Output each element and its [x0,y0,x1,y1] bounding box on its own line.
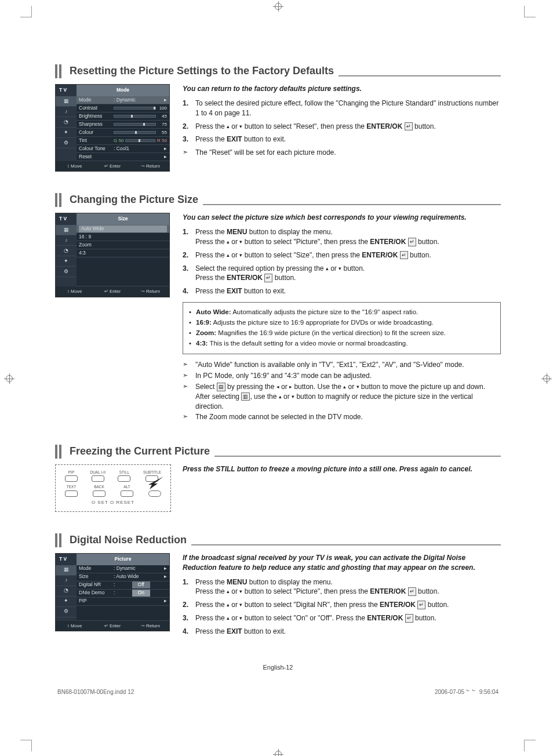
osd-enter: ↵ Enter [93,161,131,171]
picture-icon: ▦ [56,225,77,235]
enter-icon: ↵ [408,587,416,596]
registration-mark-icon [541,373,552,384]
section-intro: If the broadcast signal received by your… [183,553,501,573]
header-bars-icon [55,64,61,78]
osd-title: Mode [77,85,169,96]
enter-icon: ↵ [408,238,416,246]
remote-buttons-figure: PIP DUAL I-II STILL SUBTITLE TEXT BACK A… [55,464,171,511]
zoom-magnify-icon: ▥ [241,392,250,401]
section-rule [214,456,501,457]
header-bars-icon [55,533,61,547]
subtitle-button-icon [145,475,158,482]
section-rule [203,204,501,205]
osd-icon-column: ▦ ♪ ◔ ✦ ⚙ [56,565,77,621]
zoom-select-icon: ▤ [217,383,225,391]
clock-icon: ◔ [56,117,77,128]
osd-size-menu: T V Size ▦ ♪ ◔ ✦ ⚙ Auto Wide [55,213,170,297]
antenna-icon: ✦ [56,256,77,267]
clock-icon: ◔ [56,246,77,256]
doc-file-label: BN68-01007M-00Eng.indd 12 [57,688,134,696]
steps-list: 1.Press the MENU button to display the m… [183,227,501,296]
section-intro: You can select the picture size which be… [183,213,501,223]
cropmark [524,6,536,17]
antenna-icon: ✦ [56,597,77,607]
section-rule [191,544,501,546]
section-digital-nr: Digital Noise Reduction T V Picture ▦ ♪ … [55,533,501,640]
power-button-icon [148,490,161,497]
section-reset-picture: Resetting the Picture Settings to the Fa… [55,64,501,172]
alt-button-icon [121,490,133,497]
cropmark [524,740,536,751]
section-title: Freezing the Current Picture [70,444,210,459]
section-rule [339,75,501,77]
pip-button-icon [65,475,78,482]
enter-icon: ↵ [264,274,272,282]
note-arrow-icon: ➣ [183,360,195,370]
cropmark [20,6,32,17]
picture-icon: ▦ [56,565,77,576]
section-freezing-picture: Freezing the Current Picture PIP DUAL I-… [55,444,501,512]
page-number: English-12 [55,663,501,672]
sound-icon: ♪ [56,107,77,117]
antenna-icon: ✦ [56,128,77,138]
osd-picture-menu: T V Picture ▦ ♪ ◔ ✦ ⚙ Mode: Dynamic▸ [55,553,170,631]
cropmark [20,740,32,751]
header-bars-icon [55,445,61,459]
osd-mode-menu: T V Mode ▦ ♪ ◔ ✦ ⚙ Mode: Dynamic▸ [55,84,170,172]
osd-tv-label: T V [56,85,77,96]
registration-mark-icon [4,373,14,384]
still-button-icon [118,475,130,482]
note-arrow-icon: ➣ [183,148,195,158]
section-title: Changing the Picture Size [70,192,198,207]
enter-icon: ↵ [400,251,408,260]
section-intro: You can return to the factory defaults p… [183,84,501,94]
back-button-icon [93,490,105,497]
section-title: Resetting the Picture Settings to the Fa… [70,64,334,78]
note-arrow-icon: ➣ [183,371,195,381]
osd-icon-column: ▦ ♪ ◔ ✦ ⚙ [56,225,77,286]
size-options-box: •Auto Wide: Automatically adjusts the pi… [183,302,501,354]
manual-page: Resetting the Picture Settings to the Fa… [32,17,524,740]
text-button-icon [65,490,78,497]
osd-move: ↕ Move [56,161,93,171]
registration-mark-icon [273,1,283,12]
sound-icon: ♪ [56,576,77,586]
header-bars-icon [55,193,61,207]
enter-icon: ↵ [405,614,413,623]
sound-icon: ♪ [56,235,77,246]
note-arrow-icon: ➣ [183,382,195,411]
section-intro: Press the STILL button to freeze a movin… [183,464,501,474]
setup-icon: ⚙ [56,607,77,617]
enter-icon: ↵ [417,601,425,609]
setup-icon: ⚙ [56,267,77,277]
note-arrow-icon: ➣ [183,412,195,422]
enter-icon: ↵ [405,122,413,131]
section-picture-size: Changing the Picture Size T V Size ▦ ♪ ◔ [55,192,501,423]
clock-icon: ◔ [56,586,77,597]
steps-list: 1.Press the MENU button to display the m… [183,577,501,637]
dual-button-icon [92,475,104,482]
doc-timestamp-label: 2006-07-05 ᄂᄂ 9:56:04 [435,688,499,696]
osd-return: ⤳ Return [132,161,169,171]
picture-icon: ▦ [56,96,77,107]
registration-mark-icon [273,749,283,756]
document-footer: BN68-01007M-00Eng.indd 12 2006-07-05 ᄂᄂ … [55,688,501,696]
section-title: Digital Noise Reduction [70,533,187,547]
osd-icon-column: ▦ ♪ ◔ ✦ ⚙ [56,96,77,161]
steps-list: 1.To select the desired picture effect, … [183,99,501,144]
setup-icon: ⚙ [56,138,77,148]
